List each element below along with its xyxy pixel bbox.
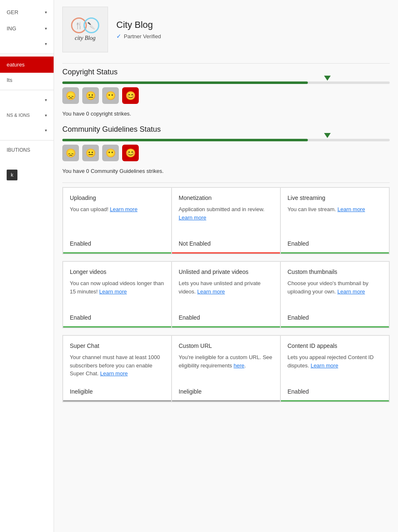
copyright-progress-indicator [324, 76, 331, 81]
feature-cards-row-2: Longer videos You can now upload videos … [62, 261, 390, 328]
card-custom-url-status: Ineligible [179, 385, 273, 395]
sidebar-item-label: ING [7, 25, 16, 32]
copyright-title: Copyright Status [62, 68, 390, 76]
sidebar-item-ger[interactable]: GER ▾ [0, 4, 54, 20]
monetization-learn-more-link[interactable]: Learn more [179, 214, 206, 221]
back-btn-label: k [11, 172, 13, 178]
longer-videos-learn-more-link[interactable]: Learn more [99, 288, 127, 295]
channel-logo: 🍴 🔪 city Blog [62, 7, 108, 52]
chevron-icon: ▾ [45, 113, 47, 118]
card-unlisted-private-desc: Lets you have unlisted and private video… [179, 279, 273, 304]
community-progress-fill [62, 139, 308, 141]
copyright-face-icons: 😞 😐 😶 😊 [62, 87, 390, 104]
feature-cards-row-3: Super Chat Your channel must have at lea… [62, 335, 390, 402]
sidebar-item-label: GER [7, 9, 18, 15]
card-monetization-status: Not Enabled [179, 237, 273, 247]
card-custom-url-title: Custom URL [179, 342, 273, 349]
sidebar-item-label: NS & IONS [7, 112, 30, 118]
card-content-id-desc: Lets you appeal rejected Content ID disp… [287, 353, 382, 378]
chevron-icon: ▾ [45, 128, 47, 133]
unlisted-learn-more-link[interactable]: Learn more [197, 288, 225, 295]
community-progress-indicator [324, 133, 331, 138]
card-custom-url-desc: You're ineligible for a custom URL. See … [179, 353, 273, 378]
sidebar-sub-label: Its [7, 77, 12, 83]
cards-row-1: Uploading You can upload! Learn more Ena… [62, 187, 390, 254]
sidebar-item-ing[interactable]: ING ▾ [0, 20, 54, 37]
sidebar: GER ▾ ING ▾ ▾ eatures Its ▾ NS & IONS ▾ [0, 0, 54, 532]
circle-blue: 🔪 [84, 17, 99, 33]
uploading-learn-more-link[interactable]: Learn more [110, 206, 137, 212]
card-content-id-status: Enabled [287, 385, 382, 395]
card-content-id-title: Content ID appeals [287, 342, 382, 349]
sidebar-divider [0, 54, 54, 54]
cards-row-2: Longer videos You can now upload videos … [62, 261, 390, 328]
thumbnails-learn-more-link[interactable]: Learn more [337, 288, 365, 295]
partner-verified-badge: ✓ Partner Verified [116, 33, 161, 39]
verified-label: Partner Verified [124, 33, 161, 39]
copyright-strike-text: You have 0 copyright strikes. [62, 111, 390, 117]
back-button[interactable]: k [7, 170, 17, 180]
sidebar-item-3[interactable]: ▾ [0, 37, 54, 51]
main-content: 🍴 🔪 city Blog City Blog ✓ Partner Verifi… [54, 0, 398, 532]
card-live-streaming: Live streaming You can live stream. Lear… [280, 187, 389, 254]
card-longer-videos: Longer videos You can now upload videos … [63, 261, 172, 328]
community-progress: 😞 😐 😶 😊 [62, 139, 390, 161]
card-monetization-title: Monetization [179, 195, 273, 201]
card-longer-videos-title: Longer videos [70, 268, 165, 275]
card-longer-videos-desc: You can now upload videos longer than 15… [70, 279, 165, 304]
card-longer-videos-status: Enabled [70, 311, 165, 321]
card-live-streaming-desc: You can live stream. Learn more [287, 205, 382, 230]
card-uploading: Uploading You can upload! Learn more Ena… [63, 187, 172, 254]
community-face-icons: 😞 😐 😶 😊 [62, 145, 390, 161]
sidebar-item-features[interactable]: eatures [0, 57, 54, 73]
face-meh-2: 😶 [102, 145, 119, 161]
sidebar-item-ns-ions[interactable]: NS & IONS ▾ [0, 107, 54, 123]
sidebar-bottom-label: IBUTIONS [7, 147, 30, 153]
card-custom-thumbnails-title: Custom thumbnails [287, 268, 382, 275]
chevron-icon: ▾ [45, 98, 47, 102]
community-status-section: Community Guidelines Status 😞 😐 😶 😊 You … [62, 125, 390, 174]
copyright-status-section: Copyright Status 😞 😐 😶 😊 You have 0 copy… [62, 68, 390, 117]
sidebar-item-its[interactable]: Its [0, 73, 54, 87]
card-monetization: Monetization Application submitted and i… [172, 187, 280, 254]
sidebar-divider-2 [0, 90, 54, 90]
sidebar-item-ibutions[interactable]: IBUTIONS [0, 143, 54, 157]
logo-circles: 🍴 🔪 [71, 17, 99, 33]
community-progress-track [62, 139, 390, 141]
face-sad-2: 😞 [62, 145, 79, 161]
content-id-learn-more-link[interactable]: Learn more [311, 362, 338, 369]
face-happy-1: 😊 [122, 87, 139, 104]
card-unlisted-private-title: Unlisted and private videos [179, 268, 273, 275]
copyright-progress-fill [62, 81, 308, 84]
card-custom-thumbnails-status: Enabled [287, 311, 382, 321]
card-live-streaming-status: Enabled [287, 237, 382, 247]
chevron-icon: ▾ [45, 26, 47, 31]
feature-cards-row-1: Uploading You can upload! Learn more Ena… [62, 187, 390, 254]
super-chat-learn-more-link[interactable]: Learn more [100, 370, 128, 377]
face-meh-1: 😶 [102, 87, 119, 104]
card-unlisted-private-status: Enabled [179, 311, 273, 321]
copyright-progress: 😞 😐 😶 😊 [62, 81, 390, 104]
channel-name: City Blog [116, 20, 161, 30]
sidebar-item-7[interactable]: ▾ [0, 123, 54, 138]
card-super-chat: Super Chat Your channel must have at lea… [63, 335, 172, 402]
card-live-streaming-title: Live streaming [287, 195, 382, 201]
card-super-chat-title: Super Chat [70, 342, 165, 349]
channel-header: 🍴 🔪 city Blog City Blog ✓ Partner Verifi… [62, 0, 390, 59]
status-cards-divider [62, 182, 390, 183]
card-uploading-desc: You can upload! Learn more [70, 205, 165, 230]
channel-logo-text: city Blog [75, 35, 96, 42]
sidebar-divider-3 [0, 140, 54, 140]
card-custom-url: Custom URL You're ineligible for a custo… [172, 335, 280, 402]
custom-url-here-link[interactable]: here [233, 362, 244, 369]
channel-info: City Blog ✓ Partner Verified [116, 20, 161, 39]
cards-row-3: Super Chat Your channel must have at lea… [62, 335, 390, 402]
chevron-icon: ▾ [45, 42, 47, 46]
face-neutral-2: 😐 [82, 145, 99, 161]
face-happy-2: 😊 [122, 145, 139, 161]
sidebar-item-5[interactable]: ▾ [0, 93, 54, 107]
card-monetization-desc: Application submitted and in review. Lea… [179, 205, 273, 230]
live-streaming-learn-more-link[interactable]: Learn more [337, 206, 365, 212]
community-strike-text: You have 0 Community Guidelines strikes. [62, 168, 390, 174]
checkmark-icon: ✓ [116, 33, 121, 39]
